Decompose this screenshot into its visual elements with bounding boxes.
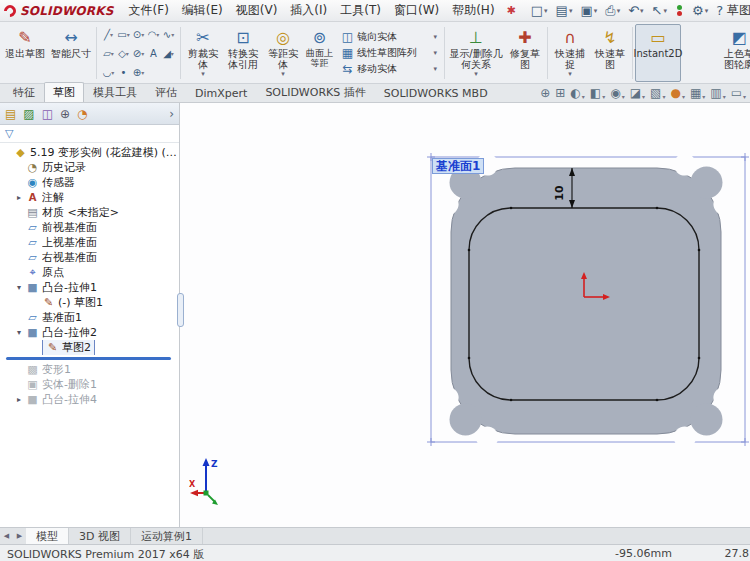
- tree-caret-icon[interactable]: ▸: [15, 193, 23, 202]
- tree-item-boss-extrude1[interactable]: ▾■凸台-拉伸1: [0, 280, 179, 295]
- fillet-tool-button[interactable]: ◢▾: [161, 44, 176, 63]
- filter-icon[interactable]: ▽: [5, 127, 13, 140]
- tree-item-material[interactable]: ▤材质 <未指定>: [0, 205, 179, 220]
- active-plane-label[interactable]: 基准面1: [432, 158, 484, 174]
- quick-snaps-button[interactable]: ∩ 快速捕捉 ▾: [550, 24, 590, 82]
- save-button[interactable]: ▣▾: [577, 3, 600, 19]
- panel-splitter[interactable]: [177, 293, 184, 327]
- trim-entities-button[interactable]: ✂ 剪裁实体 ▾: [183, 24, 223, 82]
- doc-tab-motion-study[interactable]: 运动算例1: [131, 528, 203, 544]
- help-button[interactable]: ?: [713, 3, 726, 19]
- tree-caret-icon[interactable]: ▸: [15, 395, 23, 404]
- tree-item-boss-extrude2[interactable]: ▾■凸台-拉伸2: [0, 325, 179, 340]
- tab-evaluate[interactable]: 评估: [146, 82, 186, 102]
- tree-caret-icon[interactable]: ▾: [15, 283, 23, 292]
- tab-mbd[interactable]: SOLIDWORKS MBD: [375, 84, 497, 102]
- featuremanager-tab-icon[interactable]: ▤: [5, 107, 16, 121]
- tree-item-body-delete1[interactable]: ▣实体-删除1: [0, 377, 179, 392]
- smart-dimension-button[interactable]: ↔ 智能尺寸: [48, 24, 94, 82]
- linear-sketch-pattern-button[interactable]: ▦ 线性草图阵列 ▾: [339, 46, 439, 60]
- tab-mold-tools[interactable]: 模具工具: [84, 82, 146, 102]
- open-document-button[interactable]: ▤▾: [553, 3, 576, 19]
- select-button[interactable]: ↖▾: [649, 3, 670, 19]
- text-tool-button[interactable]: A: [146, 44, 161, 63]
- arc-tool-button[interactable]: ◠▾: [146, 25, 161, 44]
- hide-show-items-button[interactable]: ◉▾: [610, 86, 625, 100]
- move-entities-button[interactable]: ⇆ 移动实体 ▾: [339, 62, 439, 76]
- menu-help[interactable]: 帮助(H): [446, 0, 500, 21]
- tab-scroll-right-icon[interactable]: ▶: [13, 528, 26, 544]
- convert-entities-button[interactable]: ⊡ 转换实体引用: [223, 24, 263, 82]
- offset-entities-button[interactable]: ◎ 等距实体 ▾: [263, 24, 303, 82]
- configurationmanager-tab-icon[interactable]: ◫: [42, 107, 53, 121]
- tangent-arc-tool-button[interactable]: ◡▾: [101, 63, 116, 82]
- section-view-button[interactable]: ◧▾: [590, 86, 605, 100]
- menu-view[interactable]: 视图(V): [230, 0, 284, 21]
- panel-flyout-chevron-icon[interactable]: ›: [169, 107, 174, 121]
- tab-addins[interactable]: SOLIDWORKS 插件: [256, 82, 374, 102]
- menu-tools[interactable]: 工具(T): [334, 0, 387, 21]
- undo-button[interactable]: ↶▾: [625, 3, 646, 19]
- tree-item-deform1[interactable]: ▩变形1: [0, 362, 179, 377]
- tree-item-boss-extrude4[interactable]: ▸■凸台-拉伸4: [0, 392, 179, 407]
- dimension-value[interactable]: 10: [553, 185, 566, 201]
- print-button[interactable]: ⎙▾: [602, 3, 623, 19]
- circle-tool-button[interactable]: ⊙▾: [131, 25, 146, 44]
- zoom-area-button[interactable]: ⊞: [555, 86, 565, 100]
- options-button[interactable]: ⚙▾: [689, 3, 711, 19]
- tree-item-right-plane[interactable]: ▱右视基准面: [0, 250, 179, 265]
- display-style-button[interactable]: ◪▾: [630, 86, 645, 100]
- rebuild-button[interactable]: [672, 3, 687, 18]
- rapid-sketch-button[interactable]: ↯ 快速草图: [590, 24, 630, 82]
- rollback-bar[interactable]: [6, 357, 171, 360]
- instant2d-button[interactable]: ▭ Instant2D: [635, 24, 681, 82]
- parallelogram-tool-button[interactable]: ▱▾: [101, 44, 116, 63]
- tree-item-history[interactable]: ◔历史记录: [0, 160, 179, 175]
- tree-item-front-plane[interactable]: ▱前视基准面: [0, 220, 179, 235]
- rectangle-tool-button[interactable]: ▭▾: [116, 25, 131, 44]
- edit-appearance-button[interactable]: ●▾: [670, 86, 685, 100]
- line-tool-button[interactable]: ╱▾: [101, 25, 116, 44]
- menu-pin-icon[interactable]: ✱: [507, 4, 516, 17]
- menu-window[interactable]: 窗口(W): [388, 0, 445, 21]
- tab-scroll-left-icon[interactable]: ◀: [0, 528, 13, 544]
- screen-button[interactable]: ▭▾: [731, 86, 746, 100]
- tree-item-part-root[interactable]: ◆5.19 变形实例 (花盆建模) (默认<<默认: [0, 145, 179, 160]
- model-face[interactable]: [437, 154, 736, 449]
- polygon-tool-button[interactable]: ◇▾: [116, 44, 131, 63]
- point-tool-button[interactable]: •: [116, 63, 131, 82]
- dimxpertmanager-tab-icon[interactable]: ⊕: [60, 107, 70, 121]
- displaymanager-tab-icon[interactable]: ◔: [77, 107, 87, 121]
- tree-item-origin[interactable]: ⌖原点: [0, 265, 179, 280]
- tree-item-sketch2[interactable]: ✎草图2: [0, 340, 179, 355]
- spline-tool-button[interactable]: ∿▾: [161, 25, 176, 44]
- propertymanager-tab-icon[interactable]: ▨: [23, 107, 34, 121]
- ellipse-tool-button[interactable]: ⊘▾: [131, 44, 146, 63]
- menu-edit[interactable]: 编辑(E): [176, 0, 229, 21]
- menu-insert[interactable]: 插入(I): [284, 0, 333, 21]
- view-orientation-button[interactable]: ▧▾: [650, 86, 665, 100]
- doc-tab-3d-views[interactable]: 3D 视图: [69, 528, 131, 544]
- shaded-sketch-contours-button[interactable]: ◩ 上色草图轮廓: [719, 24, 750, 82]
- display-delete-relations-button[interactable]: ⊥ 显示/删除几何关系 ▾: [447, 24, 505, 82]
- offset-on-surface-button[interactable]: ⊚ 曲面上等距: [303, 24, 336, 82]
- tree-item-annotations[interactable]: ▸A注解: [0, 190, 179, 205]
- new-document-button[interactable]: □▾: [528, 3, 551, 19]
- doc-tab-model[interactable]: 模型: [26, 528, 69, 544]
- view-settings-button[interactable]: ▥▾: [710, 86, 725, 100]
- tab-sketch[interactable]: 草图: [44, 82, 84, 102]
- apply-scene-button[interactable]: ▦▾: [690, 86, 705, 100]
- mirror-entities-button[interactable]: ◫ 镜向实体 ▾: [339, 30, 439, 44]
- tab-dimxpert[interactable]: DimXpert: [186, 84, 256, 102]
- construction-geometry-button[interactable]: ⊕▾: [131, 63, 146, 82]
- exit-sketch-button[interactable]: ✎ 退出草图: [2, 24, 48, 82]
- tree-item-top-plane[interactable]: ▱上视基准面: [0, 235, 179, 250]
- repair-sketch-button[interactable]: ✚ 修复草图: [505, 24, 545, 82]
- graphics-area[interactable]: 10 Z X 基准面1: [180, 103, 750, 527]
- tree-item-plane1[interactable]: ▱基准面1: [0, 310, 179, 325]
- menu-file[interactable]: 文件(F): [123, 0, 175, 21]
- tree-item-sketch1[interactable]: ✎(-) 草图1: [0, 295, 179, 310]
- previous-view-button[interactable]: ◐▾: [570, 86, 585, 100]
- tree-caret-icon[interactable]: ▾: [15, 328, 23, 337]
- tab-features[interactable]: 特征: [4, 82, 44, 102]
